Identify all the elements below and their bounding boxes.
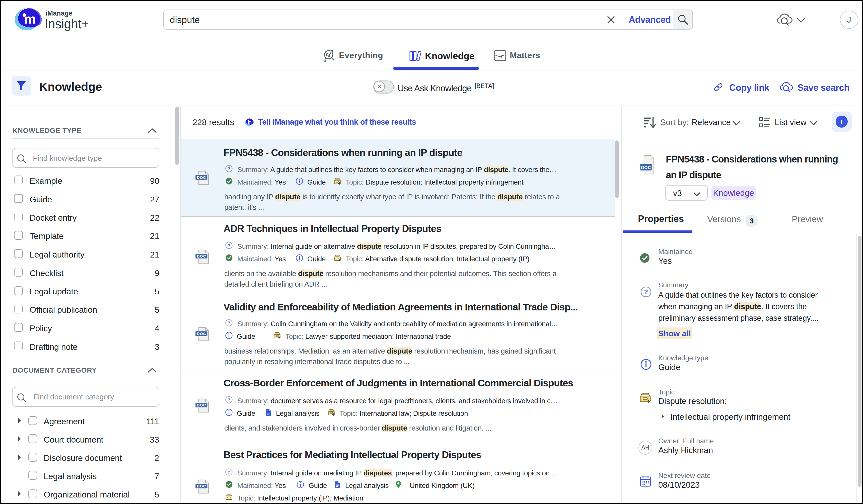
svg-text:?: ?: [227, 398, 230, 402]
svg-text:DOC: DOC: [197, 331, 206, 336]
svg-text:?: ?: [227, 321, 230, 325]
svg-text:DOC: DOC: [197, 254, 206, 258]
svg-text:DOC: DOC: [641, 165, 651, 170]
svg-text:?: ?: [227, 243, 230, 248]
svg-text:m: m: [248, 120, 251, 124]
svg-text:DOC: DOC: [197, 403, 206, 407]
svg-text:DOC: DOC: [197, 175, 206, 179]
svg-text:?: ?: [644, 288, 648, 295]
svg-text:m: m: [24, 11, 36, 26]
svg-text:?: ?: [227, 166, 230, 171]
svg-text:?: ?: [227, 470, 230, 475]
svg-text:DOC: DOC: [197, 484, 206, 488]
